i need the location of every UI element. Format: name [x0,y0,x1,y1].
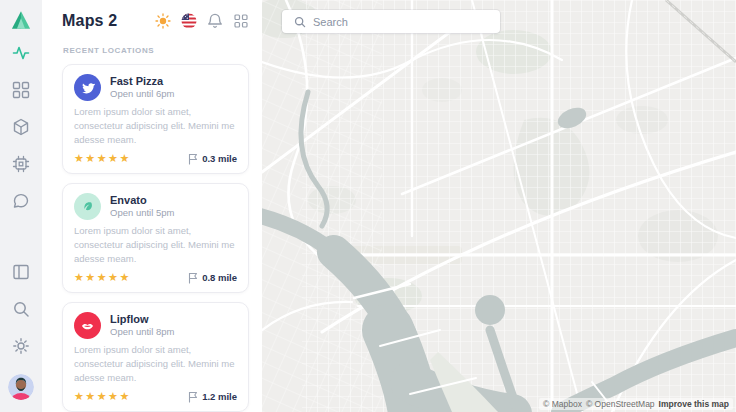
location-name: Envato [110,194,174,207]
bird-icon [74,74,101,101]
app-logo-icon[interactable] [10,10,32,30]
notifications-bell-icon[interactable] [207,13,223,29]
page-title: Maps 2 [62,12,117,30]
maps-app: Maps 2 [0,0,736,412]
sidebar-item-box[interactable] [12,118,30,136]
location-description: Lorem ipsum dolor sit amet, consectetur … [74,224,237,266]
distance-badge: 0.8 mile [188,272,237,284]
distance-badge: 0.3 mile [188,153,237,165]
location-card[interactable]: Fast Pizza Open until 6pm Lorem ipsum do… [62,64,249,174]
card-title-block: Fast Pizza Open until 6pm [110,75,174,100]
location-hours: Open until 8pm [110,326,174,338]
location-hours: Open until 5pm [110,207,174,219]
locations-panel: Maps 2 [42,0,262,412]
map-search-input[interactable] [313,16,492,28]
flag-icon [188,272,198,284]
card-header: Lipflow Open until 8pm [74,312,237,339]
distance-value: 0.3 mile [202,153,237,164]
section-label: RECENT LOCATIONS [63,46,249,55]
sidebar-item-search[interactable] [12,300,30,318]
card-header: Envato Open until 5pm [74,193,237,220]
apps-grid-icon[interactable] [233,13,249,29]
location-hours: Open until 6pm [110,88,174,100]
location-name: Lipflow [110,313,174,326]
map-attribution: © Mapbox © OpenStreetMap Improve this ma… [539,398,733,410]
location-description: Lorem ipsum dolor sit amet, consectetur … [74,343,237,385]
location-card[interactable]: Envato Open until 5pm Lorem ipsum dolor … [62,183,249,293]
rating-stars: ★★★★★ [74,271,131,284]
sidebar-item-chat[interactable] [12,192,30,210]
rating-stars: ★★★★★ [74,152,131,165]
panel-header: Maps 2 [62,12,249,30]
location-description: Lorem ipsum dolor sit amet, consectetur … [74,105,237,147]
card-footer: ★★★★★ 1.2 mile [74,390,237,403]
sidebar-item-columns[interactable] [12,263,30,281]
sidebar-item-activity[interactable] [12,44,30,62]
basemap-tiles [262,0,736,412]
distance-value: 0.8 mile [202,272,237,283]
card-header: Fast Pizza Open until 6pm [74,74,237,101]
flag-icon [188,391,198,403]
card-title-block: Envato Open until 5pm [110,194,174,219]
leaf-icon [74,193,101,220]
header-icons [155,13,249,29]
card-footer: ★★★★★ 0.8 mile [74,271,237,284]
mapbox-attribution-link[interactable]: © Mapbox [543,399,582,409]
lips-icon [74,312,101,339]
location-card[interactable]: Lipflow Open until 8pm Lorem ipsum dolor… [62,302,249,412]
location-name: Fast Pizza [110,75,174,88]
sidebar-nav-bottom [8,263,34,400]
osm-attribution-link[interactable]: © OpenStreetMap [586,399,655,409]
card-footer: ★★★★★ 0.3 mile [74,152,237,165]
sidebar [0,0,42,412]
distance-badge: 1.2 mile [188,391,237,403]
user-avatar[interactable] [8,374,34,400]
sidebar-item-cpu[interactable] [12,155,30,173]
card-title-block: Lipflow Open until 8pm [110,313,174,338]
language-us-flag-icon[interactable] [181,13,197,29]
flag-icon [188,153,198,165]
rating-stars: ★★★★★ [74,390,131,403]
theme-sun-icon[interactable] [155,13,171,29]
sidebar-nav-top [12,44,30,210]
map-search-bar [282,10,500,33]
search-icon [294,16,306,28]
distance-value: 1.2 mile [202,391,237,402]
sidebar-item-settings-gear[interactable] [12,337,30,355]
improve-map-link[interactable]: Improve this map [659,399,729,409]
map-canvas[interactable]: © Mapbox © OpenStreetMap Improve this ma… [262,0,736,412]
sidebar-item-dashboard-grid[interactable] [12,81,30,99]
